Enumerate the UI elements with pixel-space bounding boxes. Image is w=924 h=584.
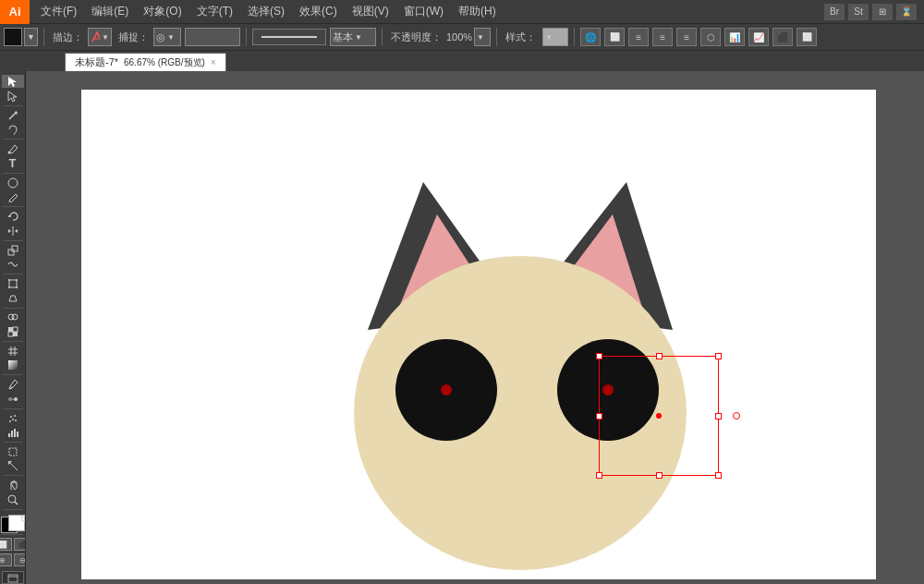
snap-input[interactable]	[185, 28, 240, 46]
tool-symbol-spray[interactable]	[2, 411, 24, 424]
tool-zoom[interactable]	[2, 493, 24, 506]
globe-btn[interactable]: 🌐	[580, 28, 601, 46]
menu-help[interactable]: 帮助(H)	[451, 0, 504, 23]
menu-effect[interactable]: 效果(C)	[292, 0, 345, 23]
type-icon: T	[9, 156, 17, 170]
blend-dropdown[interactable]: 基本 ▼	[330, 28, 376, 46]
tool-free-transform[interactable]	[2, 277, 24, 290]
stock-btn[interactable]: St	[848, 4, 869, 20]
shape-btn[interactable]: ⬛	[772, 28, 793, 46]
tool-live-paint[interactable]	[2, 325, 24, 338]
screen-mode-toggle[interactable]	[2, 571, 24, 584]
opacity-dropdown[interactable]: ▼	[474, 28, 491, 46]
pen-icon	[7, 143, 18, 154]
variable-btn[interactable]: ⬜	[604, 28, 625, 46]
color-swatch-area: ⇅	[1, 517, 25, 532]
ellipse-icon	[7, 177, 18, 189]
tool-shape-builder[interactable]	[2, 310, 24, 323]
zoom-in-btn[interactable]: ⊕	[0, 554, 12, 566]
direct-select-icon	[7, 91, 18, 102]
svg-point-17	[16, 286, 18, 288]
svg-rect-39	[8, 433, 10, 437]
tool-artboard[interactable]	[2, 445, 24, 458]
toolbar-sep-4	[496, 28, 497, 46]
canvas-background	[81, 90, 876, 579]
tool-sep-5	[3, 240, 23, 241]
svg-point-5	[7, 151, 10, 153]
normal-mode-btn[interactable]: ⬜	[0, 538, 12, 551]
blend-label: 基本	[333, 30, 353, 44]
style-swatch[interactable]: ▼	[542, 28, 568, 46]
grid-btn[interactable]: ⊞	[872, 4, 893, 20]
chart2-btn[interactable]: 📈	[748, 28, 769, 46]
tool-reflect[interactable]	[2, 225, 24, 237]
free-transform-icon	[7, 278, 18, 289]
signal-btn[interactable]: ⌛	[896, 4, 917, 20]
align-center-btn[interactable]: ≡	[652, 28, 673, 46]
tool-lasso[interactable]	[2, 123, 24, 136]
stroke-line	[261, 36, 317, 38]
tab-info: 66.67% (RGB/预览)	[124, 56, 205, 69]
tool-pen[interactable]	[2, 142, 24, 155]
menu-edit[interactable]: 编辑(E)	[84, 0, 136, 23]
stroke-preview[interactable]	[252, 29, 326, 45]
perspective-icon	[7, 292, 18, 303]
toolbar-sep-1	[43, 28, 44, 46]
menu-select[interactable]: 选择(S)	[240, 0, 292, 23]
menu-window[interactable]: 窗口(W)	[396, 0, 451, 23]
menu-file[interactable]: 文件(F)	[33, 0, 84, 23]
svg-point-37	[9, 420, 11, 422]
svg-rect-24	[13, 332, 18, 336]
tool-scale[interactable]	[2, 244, 24, 257]
active-tab[interactable]: 未标题-7* 66.67% (RGB/预览) ×	[65, 53, 226, 71]
scale-icon	[7, 245, 18, 256]
tool-blend[interactable]	[2, 392, 24, 405]
tool-perspective[interactable]	[2, 291, 24, 304]
style-label: 样式：	[503, 30, 539, 44]
screen-mode-btn[interactable]: ⬛	[14, 538, 27, 551]
canvas-area[interactable]	[26, 71, 924, 584]
tool-sep-7	[3, 308, 23, 309]
tool-pencil[interactable]	[2, 190, 24, 203]
svg-rect-29	[8, 360, 18, 370]
stroke-icon-dropdown[interactable]: ▼	[88, 28, 112, 46]
distribute-btn[interactable]: ⬡	[700, 28, 721, 46]
align-left-btn[interactable]: ≡	[628, 28, 649, 46]
tool-direct-select[interactable]	[2, 89, 24, 102]
stroke-arrow: ▼	[102, 33, 109, 42]
tool-sep-2	[3, 139, 23, 140]
tool-sep-13	[3, 509, 23, 510]
zoom-out-btn[interactable]: ⊖	[14, 554, 27, 566]
tool-eyedropper[interactable]	[2, 378, 24, 391]
tool-gradient[interactable]	[2, 359, 24, 371]
align-right-btn[interactable]: ≡	[676, 28, 697, 46]
menu-object[interactable]: 对象(O)	[136, 0, 188, 23]
tool-rotate[interactable]	[2, 210, 24, 223]
stroke-label: 描边：	[50, 30, 86, 44]
tool-type[interactable]: T	[2, 156, 24, 170]
rotation-handle[interactable]	[733, 412, 740, 420]
tool-bar-chart[interactable]	[2, 426, 24, 439]
tool-magic-wand[interactable]	[2, 108, 24, 121]
bridge-btn[interactable]: Br	[824, 4, 845, 20]
tab-close-btn[interactable]: ×	[211, 57, 216, 67]
tool-mesh[interactable]	[2, 345, 24, 358]
tool-slice[interactable]	[2, 459, 24, 472]
swap-colors-btn[interactable]: ⇅	[19, 514, 27, 524]
tool-ellipse[interactable]	[2, 176, 24, 189]
tool-hand[interactable]	[2, 479, 24, 492]
snap-dropdown[interactable]: ◎ ▼	[153, 28, 181, 46]
shape2-btn[interactable]: ⬜	[796, 28, 817, 46]
tool-warp[interactable]	[2, 258, 24, 271]
blend-icon	[7, 394, 18, 405]
tool-sep-10	[3, 408, 23, 409]
menu-view[interactable]: 视图(V)	[345, 0, 396, 23]
tool-select[interactable]	[2, 75, 24, 88]
menu-items: 文件(F) 编辑(E) 对象(O) 文字(T) 选择(S) 效果(C) 视图(V…	[30, 0, 504, 23]
fill-swatch[interactable]	[4, 28, 22, 46]
fill-dropdown[interactable]: ▼	[24, 28, 38, 46]
tool-sep-12	[3, 475, 23, 476]
chart-btn[interactable]: 📊	[724, 28, 745, 46]
menu-type[interactable]: 文字(T)	[189, 0, 240, 23]
svg-rect-42	[17, 432, 18, 437]
